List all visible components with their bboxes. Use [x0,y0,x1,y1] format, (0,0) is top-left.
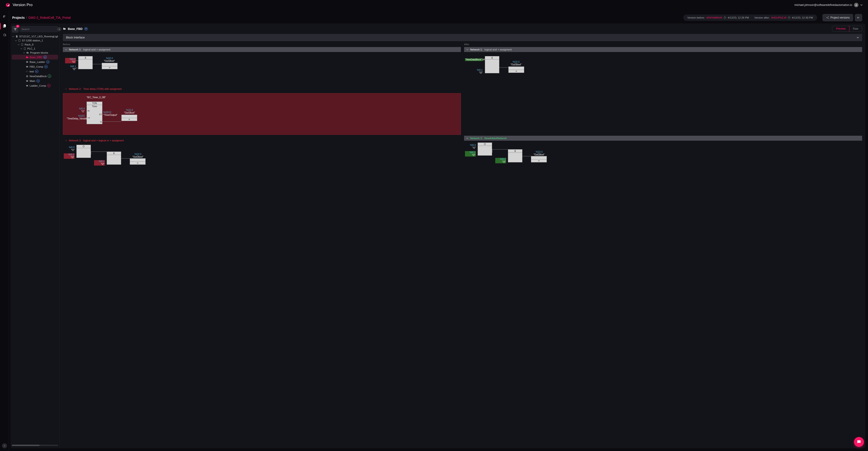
fbd-network-3-after: %I0.0 "I1" %I0.1 "I2" O [464,143,862,172]
network-header[interactable]: Network 1: logical and + assigment [63,47,461,52]
meta-bar: Projects / GW2-2_RobotCell_TIA_Portal Ve… [9,13,865,24]
clock-icon [788,16,790,19]
tree-item-station[interactable]: S7-1200 station_1 [12,38,58,42]
user-menu[interactable]: michael.johnson@softwaredefinedautomatio… [794,3,863,7]
block-icon [26,84,29,87]
fbd-network-2-deleted: "IEC_Timer_0_DB" TON Time IN ET PT Q [63,93,461,135]
view-mode-tabs: Preview Raw [832,26,862,32]
chevron-down-icon [20,48,22,50]
network-header-added[interactable]: Network 3: NewAddedNetwork [464,136,862,141]
tree-item-base-fbd[interactable]: Base_FBD M [12,55,58,59]
robot-arm-icon[interactable] [2,14,6,18]
diff-title: Base_FBD M [63,27,88,31]
tree-item-newdatablock[interactable]: NewDataBlock A [12,74,58,79]
svg-rect-11 [22,44,23,46]
tree-item-ladder-comp[interactable]: Ladder_Comp D [12,83,58,88]
tab-preview[interactable]: Preview [832,26,849,32]
main-panel: 1 S71211C_V17_LED_RunningLight_1 [10,24,865,448]
tree-item-fbd-comp[interactable]: FBD_Comp M [12,64,58,69]
filter-badge: 1 [16,25,20,28]
breadcrumb: Projects / GW2-2_RobotCell_TIA_Portal [12,16,71,20]
chevron-down-icon [12,35,14,37]
device-icon [18,39,21,42]
chevron-down-icon [65,140,67,142]
user-email: michael.johnson@softwaredefinedautomatio… [794,3,852,6]
fbd-network-1-before: %I0.0 "I1" %I0.1 "I2" & [63,54,461,83]
tree-item-rack[interactable]: Rack_0 [12,42,58,47]
clock-icon [723,16,726,19]
tab-raw[interactable]: Raw [849,26,862,31]
data-icon [26,75,29,78]
added-badge: A [48,74,51,78]
after-label: After [464,43,862,46]
network-header-deleted[interactable]: Network 3: logical and + logical or + as… [63,138,461,143]
modified-badge: M [43,55,47,59]
network-header[interactable]: Network 1: logical and + assigment [464,47,862,52]
svg-rect-10 [19,39,20,41]
filter-button[interactable]: 1 [12,26,19,33]
modified-badge: M [35,70,38,73]
svg-rect-17 [26,77,28,77]
chevron-down-icon [65,88,67,90]
chevron-down-icon [18,44,20,46]
sidebar-scrollbar[interactable] [12,445,58,446]
diff-view: Base_FBD M Preview Raw Block Interface [60,24,865,448]
app-name: Version Pro [13,3,33,7]
project-versions-button[interactable]: Project versions [823,14,853,21]
search-input[interactable] [20,26,58,32]
block-icon [26,80,29,82]
chat-button[interactable] [854,437,864,447]
collapse-sidebar-button[interactable] [57,27,61,31]
version-selector: Version before: #RNYAMNVK 4/12/23, 12:28… [683,14,817,21]
files-icon[interactable] [2,24,6,28]
file-icon [16,35,18,38]
project-tree: S71211C_V17_LED_RunningLight_1 S7-1200 s… [12,34,58,445]
settings-icon[interactable] [2,33,6,37]
tree-item-project[interactable]: S71211C_V17_LED_RunningLight_1 [12,34,58,38]
logo-icon [5,2,10,7]
network-header-deleted[interactable]: Network 2: Time delay (TON) with assigme… [63,86,461,91]
code-icon [26,70,29,73]
before-column: Before Network 1: logical and + assigmen… [63,43,461,446]
folder-icon [63,27,66,30]
block-icon [26,65,29,68]
svg-rect-1 [3,17,5,18]
folder-icon [26,51,29,54]
block-icon [26,61,29,63]
block-interface-toggle[interactable]: Block Interface [63,34,862,41]
after-column: After Network 1: logical and + assigment… [464,43,862,446]
before-label: Before [63,43,461,46]
tree-sidebar: 1 S71211C_V17_LED_RunningLight_1 [10,24,60,448]
svg-rect-15 [26,75,28,76]
chevron-down-icon [466,137,468,139]
svg-rect-9 [15,30,16,30]
svg-rect-13 [26,61,28,63]
svg-rect-7 [14,28,16,29]
back-button[interactable] [855,14,862,21]
version-before[interactable]: Version before: #RNYAMNVK 4/12/23, 12:28… [685,16,752,20]
tree-item-plc[interactable]: PLC_1 [12,47,58,51]
modified-badge: M [84,27,88,31]
rail-expand-button[interactable] [2,443,7,448]
tree-item-main[interactable]: Main M [12,79,58,83]
tree-item-program-blocks[interactable]: Program blocks [12,51,58,55]
svg-rect-8 [14,29,16,29]
chevron-down-icon [857,36,859,39]
app-logo: Version Pro [5,2,33,7]
folder-icon [26,56,29,59]
modified-badge: M [46,60,50,64]
nav-rail [0,10,9,451]
breadcrumb-current[interactable]: GW2-2_RobotCell_TIA_Portal [28,16,71,20]
filter-icon [13,28,17,31]
tree-item-test[interactable]: test M [12,69,58,74]
device-icon [24,47,26,50]
version-after[interactable]: Version after: #HGUPDZ.M 4/12/23, 12:30 … [752,16,815,20]
svg-rect-18 [26,80,28,82]
breadcrumb-root[interactable]: Projects [12,16,25,20]
modified-badge: M [44,65,48,68]
chevron-down-icon [15,39,17,41]
chat-icon [857,440,862,445]
svg-point-0 [856,4,857,5]
svg-rect-12 [24,48,26,50]
tree-item-base-ladder[interactable]: Base_Ladder M [12,59,58,64]
